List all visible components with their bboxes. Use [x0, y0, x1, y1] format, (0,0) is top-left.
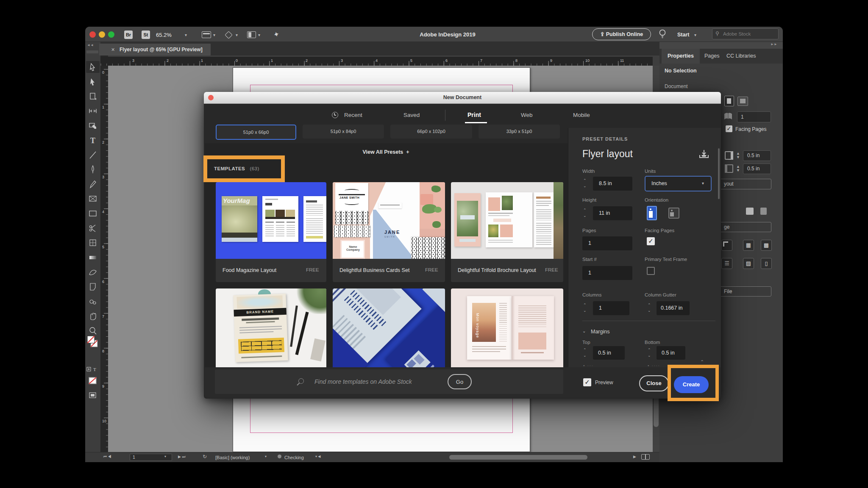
svg-text:5: 5 [102, 245, 104, 249]
svg-text:0: 0 [236, 58, 238, 63]
svg-text:0: 0 [102, 70, 104, 75]
svg-text:2: 2 [167, 58, 169, 63]
svg-text:4: 4 [376, 58, 378, 63]
svg-text:2: 2 [102, 140, 104, 144]
svg-text:11: 11 [620, 58, 624, 63]
svg-text:3: 3 [132, 58, 134, 63]
svg-text:5: 5 [410, 58, 412, 63]
svg-text:T: T [90, 136, 95, 145]
svg-text:8: 8 [515, 58, 517, 63]
svg-text:9: 9 [102, 384, 104, 388]
svg-text:7: 7 [480, 58, 482, 63]
svg-text:7: 7 [102, 314, 104, 319]
svg-text:3: 3 [341, 58, 343, 63]
svg-text:1: 1 [102, 105, 104, 109]
svg-text:1: 1 [201, 58, 203, 63]
svg-text:10: 10 [102, 419, 106, 423]
svg-text:10: 10 [585, 58, 590, 63]
svg-text:6: 6 [445, 58, 448, 63]
svg-text:9: 9 [550, 58, 552, 63]
svg-text:4: 4 [102, 210, 104, 214]
svg-text:8: 8 [102, 349, 104, 353]
svg-text:T: T [93, 367, 96, 372]
svg-text:2: 2 [306, 58, 308, 63]
svg-text:1: 1 [271, 58, 273, 63]
svg-text:6: 6 [102, 280, 104, 284]
svg-text:3: 3 [102, 175, 104, 179]
